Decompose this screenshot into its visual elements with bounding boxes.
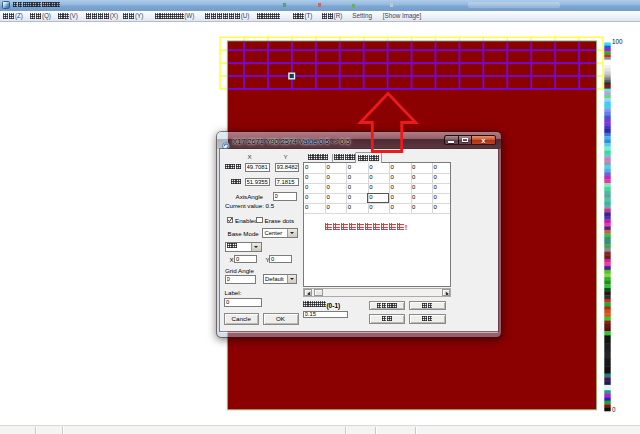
svg-text:100: 100 [612,38,623,45]
svg-text:0: 0 [612,406,616,413]
